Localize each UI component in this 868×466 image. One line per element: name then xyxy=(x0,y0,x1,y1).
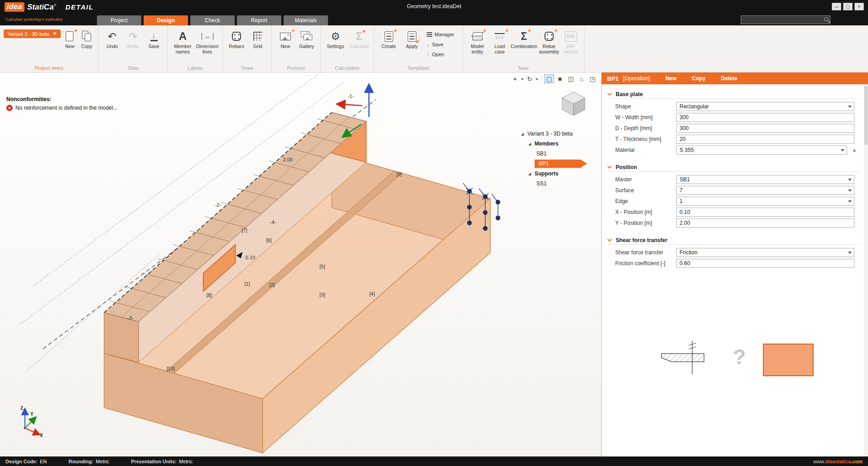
dimension-label: 0.10 xyxy=(246,255,255,260)
new-combination-button[interactable]: Σ+ Combination xyxy=(511,27,536,61)
close-icon[interactable]: × xyxy=(854,3,864,10)
redo-button[interactable]: ↷ Redo xyxy=(123,27,143,61)
tab-check[interactable]: Check xyxy=(190,15,235,25)
depth-input[interactable]: 300 xyxy=(676,124,854,133)
tree-item-ss1[interactable]: SS1 xyxy=(521,179,587,189)
shaded-view-icon[interactable]: ◫ xyxy=(566,74,576,83)
save-button[interactable]: ↓ Save xyxy=(144,27,164,61)
surface-label: [7] xyxy=(241,228,247,233)
rebar-assembly-icon xyxy=(545,32,554,41)
navigation-cube[interactable] xyxy=(558,87,589,119)
plus-icon: + xyxy=(505,27,509,34)
chevron-down-icon[interactable] xyxy=(608,237,612,242)
surface-label: [3] xyxy=(319,292,325,297)
tree-item-members[interactable]: ◢ Members xyxy=(521,139,587,149)
width-input[interactable]: 300 xyxy=(676,113,854,122)
edge-label: -2- xyxy=(215,202,222,208)
template-save-button[interactable]: ↓ Save xyxy=(424,40,457,49)
new-project-item-button[interactable]: + New xyxy=(62,27,78,61)
gallery-button[interactable]: Gallery xyxy=(297,27,317,61)
calculate-button[interactable]: Σ× Calculate xyxy=(348,27,370,61)
tree-item-sb1[interactable]: SB1 xyxy=(521,149,587,159)
rebars-toggle[interactable]: Rebars xyxy=(227,27,246,61)
template-apply-button[interactable]: ↙ Apply xyxy=(401,27,423,61)
new-load-case-button[interactable]: ↓↓↓+ Load case xyxy=(489,27,510,61)
model-canvas[interactable]: 2.00 0.10 -1- -2- -3- -4- [1] [2] [3] [4… xyxy=(0,73,601,456)
edge-value: 1 xyxy=(680,198,683,204)
template-create-button[interactable]: + Create xyxy=(378,27,400,61)
save-icon: ↓ xyxy=(150,31,158,41)
member-names-toggle[interactable]: A Member names xyxy=(171,27,194,61)
width-label: W - Width [mm] xyxy=(615,114,653,121)
minimize-icon[interactable]: — xyxy=(832,3,841,10)
tree-item-variant[interactable]: ◢ Variant 3 - 3D beta xyxy=(521,129,587,139)
tree-item-supports[interactable]: ◢ Supports xyxy=(521,169,587,179)
fit-view-icon[interactable]: ◳ xyxy=(588,74,598,83)
template-manager-button[interactable]: Manager xyxy=(424,30,457,39)
tagline: Calculate yesterday's estimates xyxy=(5,17,63,22)
shear-transfer-select[interactable]: Friction xyxy=(676,248,854,257)
chevron-down-icon[interactable] xyxy=(608,164,612,169)
shape-select[interactable]: Rectangular xyxy=(676,102,854,111)
section-title: Position xyxy=(616,164,637,170)
template-open-button[interactable]: ↑ Open xyxy=(424,50,457,59)
dxf-import-button[interactable]: DXF DXF Import xyxy=(562,27,581,61)
ribbon-group-labels: A Member names ↔ Dimension lines Labels xyxy=(168,25,223,72)
orbit-tool-chevron-icon[interactable] xyxy=(535,78,538,82)
search-input[interactable] xyxy=(741,16,830,24)
y-position-input[interactable]: 2.00 xyxy=(676,218,854,228)
maximize-icon[interactable]: ▢ xyxy=(843,3,853,10)
new-model-entity-button[interactable]: + Model entity xyxy=(467,27,488,61)
tab-materials[interactable]: Materials xyxy=(284,15,328,25)
ribbon-tabs: Project Design Check Report Materials xyxy=(97,15,328,25)
section-tool-icon[interactable]: ⌖ xyxy=(510,74,520,83)
master-select[interactable]: SB1 xyxy=(676,175,854,184)
window-title: Geometry test.ideaDet xyxy=(407,3,461,10)
plus-icon: + xyxy=(528,27,531,34)
scrollbar-thumb[interactable] xyxy=(864,86,868,145)
tab-report[interactable]: Report xyxy=(237,15,281,25)
add-material-button[interactable]: + xyxy=(850,146,858,155)
expander-icon[interactable]: ◢ xyxy=(528,172,532,176)
operation-delete-button[interactable]: Delete xyxy=(721,75,737,82)
redo-label: Redo xyxy=(127,44,139,49)
tab-design[interactable]: Design xyxy=(144,15,188,25)
variant-selector-button[interactable]: Variant 3 - 3D beta xyxy=(4,29,61,38)
operation-copy-button[interactable]: Copy xyxy=(692,75,705,82)
chevron-down-icon xyxy=(53,33,57,37)
grid-toggle[interactable]: Grid xyxy=(248,27,268,61)
website-name: ideastatica xyxy=(825,459,851,464)
new-rebar-assembly-button[interactable]: + Rebar assembly xyxy=(538,27,560,61)
y-axis-label: Y xyxy=(30,412,34,417)
expander-icon[interactable]: ◢ xyxy=(528,142,532,146)
x-position-input[interactable]: 0.10 xyxy=(676,208,854,217)
undo-button[interactable]: ↶ Undo xyxy=(102,27,122,61)
solid-view-icon[interactable]: ■ xyxy=(555,74,565,83)
wireframe-view-icon[interactable]: ▢ xyxy=(544,74,554,83)
z-axis-label: Z xyxy=(20,406,23,411)
chevron-down-icon[interactable] xyxy=(608,91,612,96)
nonconformities-title: Nonconformities: xyxy=(6,96,117,102)
website-link[interactable]: www.ideastatica.com xyxy=(813,459,863,464)
home-view-icon[interactable]: ⌂ xyxy=(577,74,587,83)
edge-select[interactable]: 1 xyxy=(676,197,854,206)
member-names-icon: A xyxy=(179,29,187,44)
surface-label: [4] xyxy=(369,291,375,296)
section-tool-chevron-icon[interactable] xyxy=(521,78,524,82)
orbit-tool-icon[interactable]: ↻ xyxy=(525,74,535,83)
copy-project-item-button[interactable]: Copy xyxy=(79,27,95,61)
expander-icon[interactable]: ◢ xyxy=(521,132,525,136)
material-select[interactable]: S 355 xyxy=(676,146,847,155)
dimension-lines-toggle[interactable]: ↔ Dimension lines xyxy=(196,27,219,61)
tab-project[interactable]: Project xyxy=(97,15,141,25)
status-bar: Design Code: EN Rounding: Metric Present… xyxy=(0,456,868,466)
surface-label: [2] xyxy=(269,282,275,287)
friction-coefficient-input[interactable]: 0.60 xyxy=(676,259,854,268)
surface-select[interactable]: 7 xyxy=(676,186,854,195)
thickness-input[interactable]: 20 xyxy=(676,135,854,144)
operation-new-button[interactable]: New xyxy=(665,75,677,82)
tree-item-bp1[interactable]: BP1 xyxy=(521,159,587,169)
new-picture-button[interactable]: + New xyxy=(275,27,295,61)
tree-sb1-label: SB1 xyxy=(536,150,547,157)
settings-button[interactable]: ⚙ Settings xyxy=(324,27,347,61)
